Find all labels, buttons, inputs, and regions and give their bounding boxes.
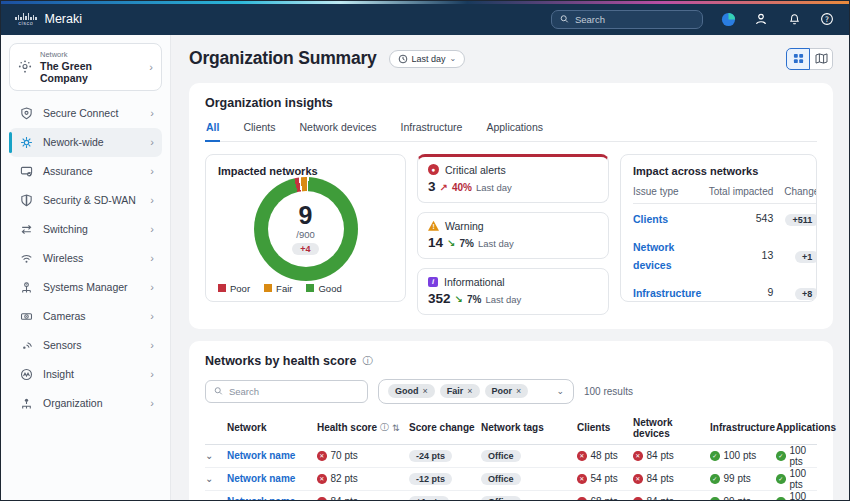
networks-by-health-score-section: Networks by health score ⓘ Good× Fair× P… [189, 341, 833, 500]
impact-change-network-devices: +1 [795, 251, 817, 263]
critical-status-icon: ✕ [317, 497, 327, 500]
info-icon[interactable]: ⓘ [380, 421, 389, 434]
page-title: Organization Summary [189, 48, 377, 69]
impact-col-total: Total impacted [701, 177, 773, 204]
impact-total-network-devices: 13 [701, 244, 773, 266]
donut-legend: Poor Fair Good [218, 283, 393, 294]
sidebar-item-switching[interactable]: Switching › [9, 215, 162, 244]
sidebar-item-network-wide[interactable]: Nework-wide › [9, 128, 162, 157]
tag-chip[interactable]: Office [481, 450, 521, 462]
sidebar-item-systems-manager[interactable]: Systems Manager › [9, 273, 162, 302]
network-selector[interactable]: Network The Green Company › [9, 43, 162, 91]
score-change-pill: +1 pts [409, 496, 449, 500]
grid-view-button[interactable] [786, 48, 810, 70]
impacted-change-badge: +4 [292, 243, 318, 255]
networks-search[interactable] [205, 380, 368, 403]
critical-status-icon: ✕ [317, 474, 327, 484]
sidebar-item-secure-connect[interactable]: Secure Connect › [9, 99, 162, 128]
tab-clients[interactable]: Clients [242, 121, 276, 141]
informational-value: 352 [428, 291, 451, 306]
tag-chip[interactable]: Office [481, 496, 521, 500]
close-icon[interactable]: × [423, 386, 428, 396]
sort-icon[interactable]: ⇅ [392, 423, 400, 433]
top-navbar: cisco Meraki ? [1, 4, 849, 35]
camera-icon [19, 310, 33, 323]
networks-search-input[interactable] [229, 386, 359, 397]
col-network-devices[interactable]: Network devices [633, 417, 710, 439]
close-icon[interactable]: × [516, 386, 521, 396]
tag-chip[interactable]: Office [481, 473, 521, 485]
warning-value: 14 [428, 235, 443, 250]
sidebar-item-wireless[interactable]: Wireless › [9, 244, 162, 273]
col-score-change[interactable]: Score change [409, 422, 481, 433]
critical-status-icon: ✕ [317, 451, 327, 461]
info-icon[interactable]: ⓘ [362, 354, 372, 368]
filter-chip-good[interactable]: Good× [388, 384, 435, 398]
close-icon[interactable]: × [467, 386, 472, 396]
insights-tabs: All Clients Network devices Infrastructu… [205, 121, 817, 142]
map-view-button[interactable] [809, 48, 833, 70]
sidebar-item-sensors[interactable]: Sensors › [9, 331, 162, 360]
sidebar-item-cameras[interactable]: Cameras › [9, 302, 162, 331]
good-status-icon: ✓ [710, 474, 720, 484]
sidebar-item-assurance[interactable]: Assurance › [9, 157, 162, 186]
good-swatch [306, 284, 314, 292]
impact-link-network-devices[interactable]: Network devices [633, 241, 674, 271]
col-clients[interactable]: Clients [577, 422, 633, 433]
col-health-score[interactable]: Health scoreⓘ⇅ [317, 421, 409, 434]
tab-all[interactable]: All [205, 121, 220, 142]
filter-chip-fair[interactable]: Fair× [440, 384, 480, 398]
assistant-icon[interactable] [720, 11, 736, 27]
critical-label: Critical alerts [445, 164, 506, 176]
expand-chevron-icon[interactable]: ⌄ [205, 473, 227, 484]
col-infrastructure[interactable]: Infrastructure [710, 422, 776, 433]
chevron-right-icon: › [150, 340, 154, 351]
legend-poor: Poor [218, 283, 250, 294]
table-row[interactable]: ⌄ Network name ✕70 pts -24 pts Office ✕4… [205, 445, 817, 468]
time-filter-dropdown[interactable]: Last day ⌄ [389, 50, 466, 68]
critical-value: 3 [428, 179, 436, 194]
table-row[interactable]: ⌄ Network name ✕84 pts +1 pts Office ✕68… [205, 491, 817, 500]
col-applications[interactable]: Applications [776, 422, 836, 433]
results-count: 100 results [584, 386, 633, 397]
organization-icon [19, 397, 33, 410]
tab-infrastructure[interactable]: Infrastructure [400, 121, 464, 141]
expand-chevron-icon[interactable]: ⌄ [205, 450, 227, 461]
score-change-pill: -12 pts [409, 473, 452, 485]
health-filter-dropdown[interactable]: Good× Fair× Poor× ⌄ [378, 379, 574, 404]
col-network-tags[interactable]: Network tags [481, 422, 577, 433]
alerts-column: ● Critical alerts 3 ↗ 40% Last day [417, 154, 609, 315]
table-row[interactable]: ⌄ Network name ✕82 pts -12 pts Office ✕5… [205, 468, 817, 491]
trend-down-icon: ↘ [455, 294, 463, 305]
notifications-bell-icon[interactable] [786, 11, 802, 27]
account-icon[interactable] [753, 11, 769, 27]
global-search-input[interactable] [575, 14, 694, 25]
switching-arrows-icon [19, 223, 33, 236]
insight-icon [19, 368, 33, 381]
critical-alerts-card[interactable]: ● Critical alerts 3 ↗ 40% Last day [417, 154, 609, 203]
networks-title: Networks by health score [205, 354, 356, 368]
col-network[interactable]: Network [227, 422, 317, 433]
informational-icon: i [428, 277, 438, 287]
warning-alerts-card[interactable]: ! Warning 14 ↘ 7% Last day [417, 212, 609, 259]
help-icon[interactable]: ? [819, 11, 835, 27]
impact-link-clients[interactable]: Clients [633, 213, 668, 225]
network-wide-icon [19, 136, 33, 149]
sidebar-item-insight[interactable]: Insight › [9, 360, 162, 389]
network-name-link[interactable]: Network name [227, 473, 317, 484]
tab-applications[interactable]: Applications [485, 121, 544, 141]
good-status-icon: ✓ [776, 497, 786, 500]
global-search[interactable] [551, 10, 703, 29]
network-name-link[interactable]: Network name [227, 496, 317, 500]
network-name-link[interactable]: Network name [227, 450, 317, 461]
filter-chip-poor[interactable]: Poor× [485, 384, 529, 398]
impact-link-infrastructure[interactable]: Infrastructure [633, 287, 701, 299]
informational-alerts-card[interactable]: i Informational 352 ↘ 7% Last day [417, 268, 609, 315]
tab-network-devices[interactable]: Network devices [299, 121, 378, 141]
expand-chevron-icon[interactable]: ⌄ [205, 496, 227, 500]
security-shield-icon [19, 194, 33, 207]
chevron-right-icon: › [150, 253, 154, 264]
sidebar-item-security-sdwan[interactable]: Security & SD-WAN › [9, 186, 162, 215]
health-donut-chart: 9 /900 +4 [254, 177, 358, 281]
sidebar-item-organization[interactable]: Organization › [9, 389, 162, 418]
